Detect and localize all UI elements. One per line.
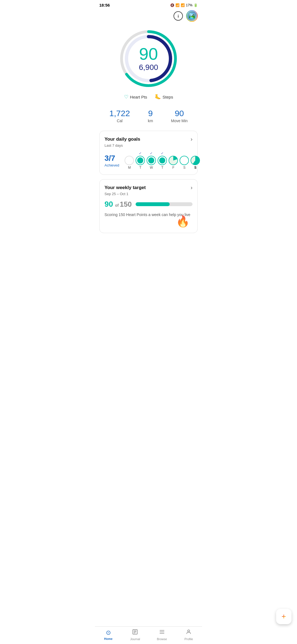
day-col-w: ✓ W (147, 151, 156, 170)
day-col-t1: ✓ T (136, 151, 145, 170)
calories-stat[interactable]: 1,722 Cal (109, 109, 130, 123)
weekly-target-date: Sep 25 – Oct 1 (105, 192, 193, 196)
ring-sub-value: 6,900 (139, 63, 158, 72)
day-s1-circle (180, 156, 189, 165)
ring-center: 90 6,900 (139, 45, 158, 72)
weekly-count: 90 of 150 (105, 200, 132, 209)
calories-value: 1,722 (109, 109, 130, 118)
heart-pts-label: Heart Pts (130, 95, 147, 99)
weekly-current: 90 (105, 200, 113, 208)
progress-bar-container (136, 202, 193, 206)
wifi-icon: 📶 (175, 3, 180, 7)
avatar[interactable]: 🏞️ (186, 10, 198, 22)
ring-main-value: 90 (139, 45, 158, 62)
distance-label: km (148, 119, 153, 123)
daily-goals-title: Your daily goals (105, 137, 140, 142)
move-mins-value: 90 (171, 109, 188, 118)
flame-icon: 🔥 (176, 215, 190, 228)
day-s2-circle (191, 156, 200, 165)
day-col-t2: ✓ T (158, 151, 167, 170)
goals-label: Achieved (105, 163, 119, 167)
day-col-s2: S (191, 151, 200, 170)
day-f-circle (169, 156, 178, 165)
ring-wrapper: 90 6,900 (118, 28, 179, 89)
goals-achieved: 3/7 Achieved (105, 154, 119, 167)
goals-content: 3/7 Achieved M ✓ T ✓ (105, 151, 193, 170)
day-col-s1: S (180, 151, 189, 170)
weekly-progress-row: 90 of 150 (105, 200, 193, 209)
signal-icon: 📶 (181, 3, 185, 7)
day-s1-letter: S (183, 166, 185, 170)
daily-goals-subtitle: Last 7 days (105, 143, 193, 148)
heart-pts-legend[interactable]: ♡ Heart Pts (124, 94, 147, 100)
move-mins-label: Move Min (171, 119, 188, 123)
day-w-letter: W (150, 166, 153, 170)
move-mins-stat[interactable]: 90 Move Min (171, 109, 188, 123)
status-icons: 🔇 📶 📶 17% 🔋 (170, 3, 198, 7)
activity-ring[interactable]: 90 6,900 (95, 24, 202, 91)
weekly-target-chevron[interactable]: › (191, 184, 193, 191)
day-m-letter: M (128, 166, 131, 170)
calories-label: Cal (109, 119, 130, 123)
daily-goals-card[interactable]: Your daily goals › Last 7 days 3/7 Achie… (99, 131, 198, 175)
distance-stat[interactable]: 9 km (148, 109, 153, 123)
steps-icon: 🦶 (155, 94, 161, 100)
header: i 🏞️ (95, 9, 202, 24)
weekly-target-card[interactable]: Your weekly target › Sep 25 – Oct 1 90 o… (99, 179, 198, 233)
weekly-target-title: Your weekly target (105, 185, 146, 190)
weekly-of: of (115, 203, 120, 208)
avatar-image: 🏞️ (187, 11, 197, 21)
day-t1-letter: T (139, 166, 141, 170)
goals-count: 3/7 (105, 154, 119, 163)
day-w-circle (147, 156, 156, 165)
status-time: 18:56 (99, 3, 110, 7)
daily-goals-header: Your daily goals › (105, 136, 193, 142)
status-bar: 18:56 🔇 📶 📶 17% 🔋 (95, 0, 202, 9)
weekly-total: 150 (120, 200, 132, 208)
days-row: M ✓ T ✓ W ✓ (125, 151, 200, 170)
mute-icon: 🔇 (170, 3, 174, 7)
battery-percent: 17% (186, 3, 193, 7)
progress-bar-fill (136, 202, 170, 206)
steps-label: Steps (163, 95, 173, 99)
day-f-letter: F (172, 166, 174, 170)
weekly-target-header: Your weekly target › (105, 184, 193, 191)
battery-icon: 🔋 (194, 3, 198, 7)
distance-value: 9 (148, 109, 153, 118)
steps-legend[interactable]: 🦶 Steps (155, 94, 173, 100)
day-col-f: F (169, 151, 178, 170)
day-t2-letter: T (161, 166, 163, 170)
day-w-check: ✓ (150, 151, 153, 155)
day-s2-letter: S (194, 166, 196, 170)
day-m-circle (125, 156, 134, 165)
day-t1-check: ✓ (139, 151, 142, 155)
day-col-m: M (125, 151, 134, 170)
ring-legend: ♡ Heart Pts 🦶 Steps (95, 91, 202, 105)
day-t2-circle (158, 156, 167, 165)
day-t1-circle (136, 156, 145, 165)
day-t2-check: ✓ (161, 151, 164, 155)
daily-goals-chevron[interactable]: › (191, 136, 193, 142)
info-button[interactable]: i (174, 11, 183, 21)
stats-row: 1,722 Cal 9 km 90 Move Min (95, 105, 202, 131)
heart-pts-icon: ♡ (124, 94, 128, 100)
